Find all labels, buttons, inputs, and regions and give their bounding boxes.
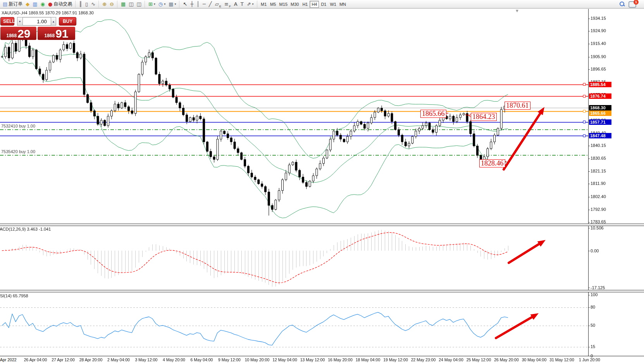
- timeframe-M5[interactable]: M5: [269, 1, 278, 8]
- position-label: 7535420 buy 1.00: [1, 149, 35, 154]
- tile-windows-icon[interactable]: ▦: [119, 0, 127, 8]
- symbol-ohlc-label: XAUUSD-,H4 1869.55 1870.29 1867.91 1868.…: [2, 10, 94, 15]
- price-level-label: 1868.30: [589, 105, 611, 110]
- new-order-icon: ▤: [3, 2, 7, 7]
- price-axis-tick: 1905.90: [591, 54, 618, 59]
- volume-input[interactable]: [23, 17, 51, 26]
- main-toolbar: ▤新订单◆▥◉●自动交易║▯∿⊕⊖▦◫◫⊞▾◷▾▩▾↖┼│─╱▱E≡FAT⇗▾M…: [0, 0, 644, 9]
- label-icon: T: [241, 2, 244, 7]
- candlestick-chart-icon[interactable]: ▯: [84, 0, 90, 8]
- period-clock-icon-caret: ▾: [164, 2, 165, 6]
- sell-button[interactable]: SELL: [0, 17, 14, 26]
- crosshair-icon[interactable]: ┼: [189, 0, 195, 8]
- terminal-window: ▤新订单◆▥◉●自动交易║▯∿⊕⊖▦◫◫⊞▾◷▾▩▾↖┼│─╱▱E≡FAT⇗▾M…: [0, 0, 644, 364]
- new-order-button[interactable]: ▤新订单: [1, 0, 24, 8]
- add-indicator-icon: ⊞: [148, 2, 153, 7]
- signals-icon[interactable]: ◉: [39, 0, 46, 8]
- timeframe-M30[interactable]: M30: [289, 1, 300, 8]
- horizontal-line-icon: ─: [203, 2, 206, 7]
- rsi-label: RSI(14) 65.7958: [0, 293, 28, 298]
- gold-deposit-icon[interactable]: ◆: [24, 0, 31, 8]
- profile-chart-icon[interactable]: ▥: [31, 0, 39, 8]
- unread-badge: 1: [634, 0, 639, 5]
- new-order-button-label: 新订单: [9, 1, 22, 7]
- fibonacci-icon[interactable]: ≡F: [223, 0, 232, 8]
- timeframe-M1[interactable]: M1: [259, 1, 269, 8]
- channel-icon: ▱: [215, 2, 219, 7]
- trendline-icon[interactable]: ╱: [207, 0, 214, 8]
- ask-integer: 1868: [44, 33, 55, 38]
- rsi-axis-tick: 80: [591, 305, 618, 309]
- search-icon[interactable]: [619, 1, 625, 7]
- timeframe-W1[interactable]: W1: [328, 1, 338, 8]
- text-icon: A: [234, 2, 238, 7]
- add-indicator-icon[interactable]: ⊞▾: [147, 0, 157, 8]
- chart-canvas[interactable]: [0, 0, 644, 364]
- timeframe-H4[interactable]: H4: [310, 1, 319, 8]
- toolbar-separator: [117, 1, 118, 7]
- timeframe-M15[interactable]: M15: [278, 1, 289, 8]
- vertical-line-icon[interactable]: │: [195, 0, 201, 8]
- horizontal-line-icon[interactable]: ─: [201, 0, 207, 8]
- template-icon-caret: ▾: [174, 2, 176, 6]
- buy-button[interactable]: BUY: [59, 17, 76, 26]
- text-icon[interactable]: A: [232, 0, 239, 8]
- toolbar-separator: [98, 1, 99, 7]
- indicator-window-icon[interactable]: ◫: [127, 0, 135, 8]
- indicator-window-icon: ◫: [129, 2, 133, 7]
- candlestick-chart-icon: ▯: [85, 2, 88, 7]
- add-indicator-icon-caret: ▾: [154, 2, 155, 6]
- zoom-in-icon[interactable]: ⊕: [101, 0, 108, 8]
- price-annotation[interactable]: 1870.61: [505, 102, 530, 110]
- line-chart-icon[interactable]: ∿: [90, 0, 97, 8]
- template-icon[interactable]: ▩▾: [167, 0, 177, 8]
- ask-fraction: 91: [55, 28, 68, 40]
- chat-icon[interactable]: 1: [629, 1, 636, 8]
- time-axis-label: 1 Jun 20:00: [573, 357, 606, 362]
- autotrade-button-label: 自动交易: [53, 1, 72, 7]
- signals-icon: ◉: [41, 2, 45, 7]
- price-axis-tick: 1802.40: [591, 194, 618, 199]
- arrows-icon[interactable]: ⇗▾: [245, 0, 255, 8]
- bid-price-display: 1868 29: [0, 27, 36, 40]
- gold-deposit-icon: ◆: [26, 2, 29, 7]
- price-annotation[interactable]: 1865.66: [420, 110, 446, 118]
- cursor-icon[interactable]: ↖: [181, 0, 189, 8]
- arrows-icon-caret: ▾: [252, 2, 254, 6]
- period-clock-icon[interactable]: ◷▾: [157, 0, 167, 8]
- autotrade-icon: ●: [48, 2, 52, 7]
- price-axis-tick: 1896.65: [591, 67, 618, 71]
- macd-axis-tick: 0.00: [591, 248, 618, 253]
- navigator-window-icon: ◫: [137, 2, 141, 7]
- volume-up-button[interactable]: ▲: [51, 17, 57, 26]
- price-axis-tick: 1924.90: [591, 28, 618, 33]
- channel-icon[interactable]: ▱E: [214, 0, 223, 8]
- panel-splitter-macd[interactable]: [0, 224, 644, 226]
- profile-chart-icon: ▥: [33, 2, 37, 7]
- timeframe-H1[interactable]: H1: [300, 1, 310, 8]
- cursor-icon: ↖: [183, 2, 187, 7]
- price-axis-tick: 1830.65: [591, 156, 618, 160]
- timeframe-MN[interactable]: MN: [338, 1, 348, 8]
- tile-windows-icon: ▦: [121, 2, 126, 7]
- vertical-line-icon: │: [196, 2, 200, 7]
- price-axis-tick: 1934.15: [591, 16, 618, 21]
- label-icon[interactable]: T: [239, 0, 245, 8]
- navigator-window-icon[interactable]: ◫: [135, 0, 143, 8]
- zoom-out-icon[interactable]: ⊖: [108, 0, 115, 8]
- volume-down-button[interactable]: ▼: [17, 17, 23, 26]
- macd-label: MACD(12,26,9) 3.463 -1.041: [0, 227, 51, 231]
- price-level-label: 1865.66: [589, 110, 611, 116]
- toolbar-separator: [179, 1, 180, 7]
- bar-chart-icon[interactable]: ║: [77, 0, 84, 8]
- price-annotation[interactable]: 1828.46: [479, 159, 505, 167]
- panel-splitter-rsi[interactable]: [0, 290, 644, 292]
- channel-icon-sub: E: [219, 5, 221, 8]
- timeframe-D1[interactable]: D1: [319, 1, 328, 8]
- autotrade-button[interactable]: ●自动交易: [46, 0, 74, 8]
- arrows-icon: ⇗: [247, 2, 251, 7]
- period-clock-icon: ◷: [158, 2, 163, 7]
- price-annotation[interactable]: 1864.23: [471, 113, 497, 121]
- macd-axis-tick: -17.125: [591, 285, 618, 290]
- trendline-icon: ╱: [209, 2, 212, 7]
